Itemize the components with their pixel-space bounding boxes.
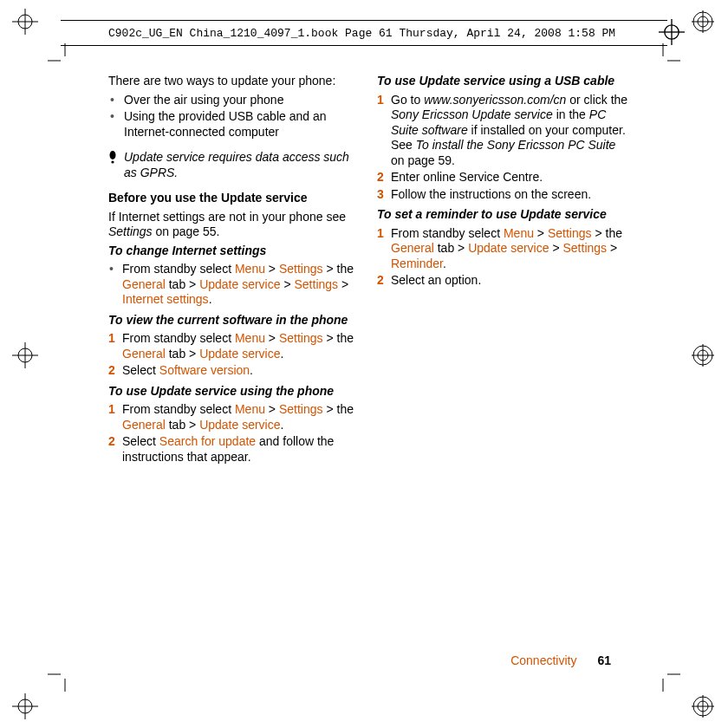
list-item: 3Follow the instructions on the screen. xyxy=(377,187,628,203)
use-phone-steps: 1From standby select Menu > Settings > t… xyxy=(108,402,360,465)
crop-mark-icon xyxy=(48,657,82,692)
list-item: 1From standby select Menu > Settings > t… xyxy=(377,226,628,272)
crop-mark-icon xyxy=(646,43,680,78)
reminder-steps: 1From standby select Menu > Settings > t… xyxy=(377,226,628,289)
note-text: Update service requires data access such… xyxy=(124,150,360,180)
list-item: Over the air using your phone xyxy=(108,93,360,108)
list-item: 2Select an option. xyxy=(377,273,628,289)
before-text: If Internet settings are not in your pho… xyxy=(108,210,360,240)
page-header-stamp: C902c_UG_EN China_1210_4097_1.book Page … xyxy=(61,20,667,46)
before-heading: Before you use the Update service xyxy=(108,191,360,206)
info-icon xyxy=(108,150,117,168)
crop-mark-icon xyxy=(646,657,680,692)
svg-point-33 xyxy=(111,160,114,163)
list-item: 2Select Search for update and follow the… xyxy=(108,434,360,465)
svg-point-32 xyxy=(110,151,116,159)
crop-mark-icon xyxy=(48,43,82,78)
reminder-heading: To set a reminder to use Update service xyxy=(377,207,628,223)
reg-mark-icon xyxy=(690,9,716,35)
reg-mark-icon xyxy=(690,342,716,368)
view-software-steps: 1From standby select Menu > Settings > t… xyxy=(108,331,360,379)
view-software-heading: To view the current software in the phon… xyxy=(108,313,360,328)
intro-text: There are two ways to update your phone: xyxy=(108,74,360,89)
use-usb-steps: 1Go to www.sonyericsson.com/cn or click … xyxy=(377,93,628,203)
change-internet-heading: To change Internet settings xyxy=(108,244,360,259)
use-usb-heading: To use Update service using a USB cable xyxy=(377,74,628,89)
list-item: 1From standby select Menu > Settings > t… xyxy=(108,402,360,432)
page-content: There are two ways to update your phone:… xyxy=(108,74,628,490)
list-item: 1From standby select Menu > Settings > t… xyxy=(108,331,360,361)
header-stamp-text: C902c_UG_EN China_1210_4097_1.book Page … xyxy=(108,27,615,40)
reg-mark-icon xyxy=(12,693,38,719)
list-item: 1Go to www.sonyericsson.com/cn or click … xyxy=(377,93,628,169)
use-phone-heading: To use Update service using the phone xyxy=(108,384,360,400)
list-item: 2Select Software version. xyxy=(108,363,360,379)
footer-page-number: 61 xyxy=(597,653,611,667)
change-internet-step: From standby select Menu > Settings > th… xyxy=(108,262,360,308)
list-item: From standby select Menu > Settings > th… xyxy=(108,262,360,308)
note-block: Update service requires data access such… xyxy=(108,150,360,180)
footer-section: Connectivity xyxy=(510,653,576,667)
page-footer: Connectivity61 xyxy=(510,653,611,667)
list-item: Using the provided USB cable and an Inte… xyxy=(108,109,360,140)
list-item: 2Enter online Service Centre. xyxy=(377,170,628,185)
reg-mark-icon xyxy=(12,9,38,35)
reg-mark-icon xyxy=(690,693,716,719)
update-methods-list: Over the air using your phone Using the … xyxy=(108,93,360,140)
reg-mark-icon xyxy=(12,342,38,368)
